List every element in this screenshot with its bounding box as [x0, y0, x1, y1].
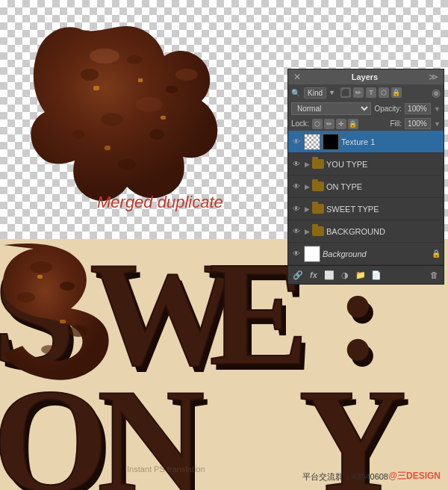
- layer-row-sweettype[interactable]: 👁 ▶ SWEET TYPE: [288, 198, 444, 220]
- panel-expand-button[interactable]: ≫: [427, 72, 440, 82]
- layer-row-youtype[interactable]: 👁 ▶ YOU TYPE: [288, 153, 444, 176]
- opacity-input[interactable]: [405, 103, 431, 114]
- layer-name-background: Background: [323, 249, 429, 258]
- folder-icon-sweettype: [312, 204, 324, 214]
- fill-label: Fill:: [391, 120, 402, 128]
- panel-close-button[interactable]: ✕: [292, 72, 302, 82]
- svg-point-3: [101, 113, 123, 126]
- layer-row-ontype[interactable]: 👁 ▶ ON TYPE: [288, 176, 444, 198]
- opacity-arrow: ▼: [434, 105, 441, 113]
- svg-point-6: [118, 159, 136, 170]
- layers-filter-row: 🔍 Kind ▼ ⬛ ✏ T ⬡ 🔒 ◉: [288, 84, 444, 101]
- filter-shape-icon[interactable]: ⬡: [379, 87, 389, 98]
- delete-layer-button[interactable]: 🗑: [427, 268, 441, 282]
- visibility-icon-youtype[interactable]: 👁: [291, 159, 302, 170]
- svg-point-17: [69, 325, 87, 337]
- add-mask-button[interactable]: ⬜: [323, 268, 336, 282]
- filter-type-icon[interactable]: T: [366, 87, 376, 98]
- fx-button[interactable]: fx: [307, 268, 320, 282]
- layers-blend-row: Normal Multiply Screen Overlay Opacity: …: [288, 101, 444, 117]
- thumb-texture1-mask: [323, 134, 339, 150]
- svg-rect-20: [60, 320, 66, 323]
- svg-rect-12: [161, 116, 166, 120]
- opacity-label: Opacity:: [374, 105, 402, 113]
- svg-point-15: [60, 282, 75, 291]
- visibility-icon-texture1[interactable]: 👁: [291, 137, 302, 147]
- layer-name-sweettype: SWEET TYPE: [326, 205, 441, 214]
- layers-panel: ✕ Layers ≫ 🔍 Kind ▼ ⬛ ✏ T ⬡ 🔒 ◉ Normal M…: [287, 69, 444, 285]
- lock-all-icon[interactable]: 🔒: [348, 119, 358, 129]
- expand-sweettype[interactable]: ▶: [305, 205, 310, 213]
- expand-youtype[interactable]: ▶: [305, 161, 310, 168]
- lock-pixels-icon[interactable]: ✏: [324, 119, 335, 129]
- svg-rect-11: [138, 78, 143, 82]
- filter-pixel-icon[interactable]: ⬛: [340, 87, 351, 98]
- layers-toolbar: 🔗 fx ⬜ ◑ 📁 📄 🗑: [288, 265, 444, 284]
- kind-arrow: ▼: [329, 89, 335, 96]
- layer-name-bggroup: BACKGROUND: [326, 227, 441, 236]
- svg-point-7: [90, 49, 119, 63]
- svg-rect-10: [93, 86, 99, 90]
- layers-panel-title: Layers: [352, 72, 378, 81]
- layer-row-background[interactable]: 👁 Background 🔒: [288, 243, 444, 265]
- visibility-icon-bggroup[interactable]: 👁: [291, 226, 302, 237]
- svg-point-1: [127, 55, 142, 64]
- svg-point-4: [149, 129, 164, 140]
- community-label: @三DESIGN: [388, 470, 441, 483]
- visibility-icon-ontype[interactable]: 👁: [291, 182, 302, 192]
- svg-point-14: [30, 261, 52, 273]
- layers-titlebar: ✕ Layers ≫: [288, 69, 444, 84]
- new-group-button[interactable]: 📁: [354, 268, 367, 282]
- folder-icon-ontype: [312, 182, 324, 191]
- community-number: 平台交流群：43940608: [302, 471, 388, 483]
- filter-icon: 🔍: [291, 89, 300, 97]
- lock-icon-background: 🔒: [432, 249, 441, 258]
- filter-smart-icon[interactable]: 🔒: [391, 87, 402, 98]
- svg-point-16: [17, 292, 35, 303]
- svg-point-5: [72, 130, 84, 139]
- filter-icons-group: ⬛ ✏ T ⬡ 🔒: [340, 87, 402, 98]
- filter-toggle[interactable]: ◉: [432, 87, 441, 99]
- layer-name-ontype: ON TYPE: [326, 182, 441, 191]
- chocolate-shape-top: [22, 15, 231, 217]
- fill-arrow: ▼: [434, 120, 441, 128]
- chocolate-overlay-bottom: [0, 238, 280, 387]
- lock-transparent-icon[interactable]: ⬡: [312, 119, 323, 129]
- layer-row-background-group[interactable]: 👁 ▶ BACKGROUND: [288, 220, 444, 243]
- visibility-icon-sweettype[interactable]: 👁: [291, 204, 302, 214]
- kind-dropdown[interactable]: Kind: [304, 87, 326, 99]
- add-adjustment-button[interactable]: ◑: [338, 268, 352, 282]
- layers-lock-row: Lock: ⬡ ✏ ✛ 🔒 Fill: ▼: [288, 117, 444, 131]
- svg-rect-13: [105, 146, 111, 150]
- blend-mode-select[interactable]: Normal Multiply Screen Overlay: [291, 102, 371, 115]
- visibility-icon-bg[interactable]: 👁: [291, 249, 302, 259]
- svg-point-2: [166, 86, 178, 93]
- layer-row-texture1[interactable]: 👁 Texture 1: [288, 131, 444, 153]
- fill-input[interactable]: [405, 118, 431, 129]
- expand-ontype[interactable]: ▶: [305, 183, 310, 190]
- folder-icon-youtype: [312, 159, 324, 169]
- lock-label: Lock:: [291, 120, 309, 128]
- folder-icon-bggroup: [312, 226, 324, 236]
- new-layer-button[interactable]: 📄: [370, 268, 383, 282]
- lock-icons-group: ⬡ ✏ ✛ 🔒: [312, 119, 358, 129]
- svg-point-9: [136, 97, 163, 112]
- lock-position-icon[interactable]: ✛: [336, 119, 346, 129]
- svg-rect-19: [37, 275, 43, 279]
- merged-duplicate-label: Merged duplicate: [97, 193, 223, 212]
- layer-name-youtype: YOU TYPE: [326, 160, 441, 169]
- svg-point-18: [41, 345, 56, 354]
- filter-adjust-icon[interactable]: ✏: [353, 87, 364, 98]
- link-layers-button[interactable]: 🔗: [291, 268, 305, 282]
- svg-point-8: [175, 69, 198, 81]
- expand-bggroup[interactable]: ▶: [305, 228, 310, 235]
- thumb-background: [304, 246, 320, 262]
- thumb-texture1-chk: [304, 134, 320, 150]
- layer-name-texture1: Texture 1: [341, 137, 441, 146]
- watermark: Instant PS translation: [127, 465, 205, 474]
- svg-point-0: [81, 69, 99, 81]
